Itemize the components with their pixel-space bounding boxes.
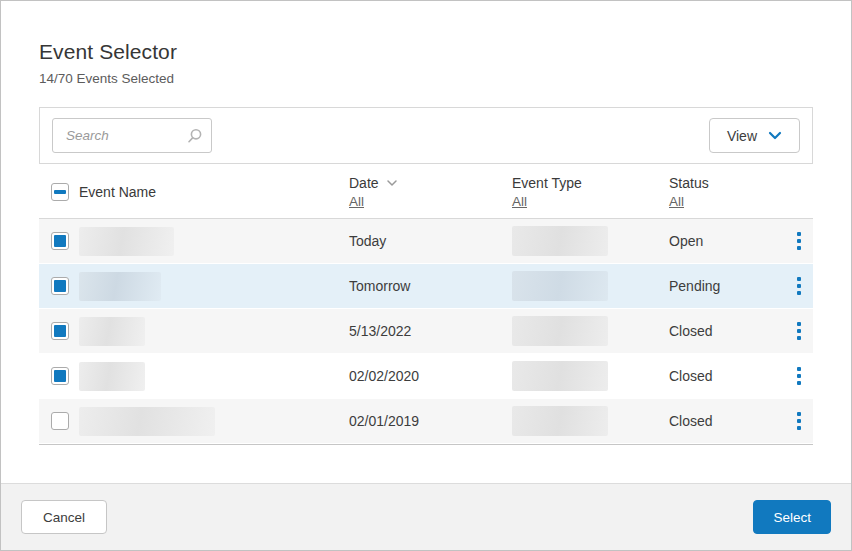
view-button[interactable]: View: [709, 118, 800, 153]
date-column-label: Date: [349, 175, 379, 191]
event-name-placeholder: [79, 362, 145, 391]
row-checkbox[interactable]: [51, 322, 69, 340]
column-header-event-type: Event Type All: [512, 175, 669, 209]
sort-chevron-down-icon[interactable]: [386, 179, 398, 187]
chevron-down-icon: [768, 131, 782, 140]
event-type-placeholder: [512, 271, 608, 301]
event-name-placeholder: [79, 407, 215, 436]
column-header-event-name: Event Name: [79, 184, 349, 200]
row-menu-kebab-icon[interactable]: [793, 406, 805, 436]
table-header-row: Event Name Date All Event Type All: [39, 166, 813, 219]
event-date: 02/02/2020: [349, 368, 512, 384]
event-status: Open: [669, 233, 784, 249]
event-type-column-label: Event Type: [512, 175, 669, 191]
event-status: Pending: [669, 278, 784, 294]
checkbox-checked-fill: [54, 235, 66, 247]
event-selector-dialog: Event Selector 14/70 Events Selected Vie…: [0, 0, 852, 551]
column-header-status: Status All: [669, 175, 784, 209]
table-row[interactable]: Tomorrow Pending: [39, 264, 813, 308]
table-row[interactable]: 5/13/2022 Closed: [39, 309, 813, 353]
search-icon: [186, 127, 203, 144]
event-name-placeholder: [79, 317, 145, 346]
row-menu-kebab-icon[interactable]: [793, 361, 805, 391]
row-checkbox[interactable]: [51, 367, 69, 385]
row-menu-kebab-icon[interactable]: [793, 271, 805, 301]
event-type-placeholder: [512, 226, 608, 256]
event-date: 02/01/2019: [349, 413, 512, 429]
checkbox-checked-fill: [54, 325, 66, 337]
type-filter-all-link[interactable]: All: [512, 194, 527, 209]
column-header-date: Date All: [349, 175, 512, 209]
event-type-placeholder: [512, 316, 608, 346]
event-name-placeholder: [79, 227, 174, 256]
event-date: Tomorrow: [349, 278, 512, 294]
event-status: Closed: [669, 323, 784, 339]
select-all-checkbox[interactable]: [51, 183, 69, 201]
dialog-footer: Cancel Select: [1, 483, 851, 550]
event-status: Closed: [669, 413, 784, 429]
selection-count: 14/70 Events Selected: [39, 71, 813, 86]
event-date: 5/13/2022: [349, 323, 512, 339]
checkbox-checked-fill: [54, 370, 66, 382]
table-body: Today Open Tomorrow Pending: [39, 219, 813, 445]
view-button-label: View: [727, 128, 757, 144]
checkbox-checked-fill: [54, 280, 66, 292]
row-menu-kebab-icon[interactable]: [793, 316, 805, 346]
event-name-placeholder: [79, 272, 161, 301]
cancel-button[interactable]: Cancel: [21, 500, 107, 534]
row-checkbox[interactable]: [51, 412, 69, 430]
header-checkbox-cell: [39, 183, 79, 201]
search-box: [52, 118, 212, 153]
row-checkbox[interactable]: [51, 277, 69, 295]
table-row[interactable]: 02/02/2020 Closed: [39, 354, 813, 398]
table-row[interactable]: 02/01/2019 Closed: [39, 399, 813, 443]
dialog-header: Event Selector 14/70 Events Selected: [1, 1, 851, 86]
event-type-placeholder: [512, 361, 608, 391]
event-status: Closed: [669, 368, 784, 384]
page-title: Event Selector: [39, 40, 813, 64]
event-date: Today: [349, 233, 512, 249]
checkbox-indeterminate-dash-icon: [54, 190, 66, 194]
event-type-placeholder: [512, 406, 608, 436]
toolbar: View: [39, 107, 813, 164]
select-button[interactable]: Select: [753, 500, 831, 534]
table-row[interactable]: Today Open: [39, 219, 813, 263]
date-filter-all-link[interactable]: All: [349, 194, 364, 209]
row-checkbox[interactable]: [51, 232, 69, 250]
spacer: [1, 445, 851, 483]
row-menu-kebab-icon[interactable]: [793, 226, 805, 256]
status-column-label: Status: [669, 175, 784, 191]
status-filter-all-link[interactable]: All: [669, 194, 684, 209]
events-table: Event Name Date All Event Type All: [39, 166, 813, 445]
